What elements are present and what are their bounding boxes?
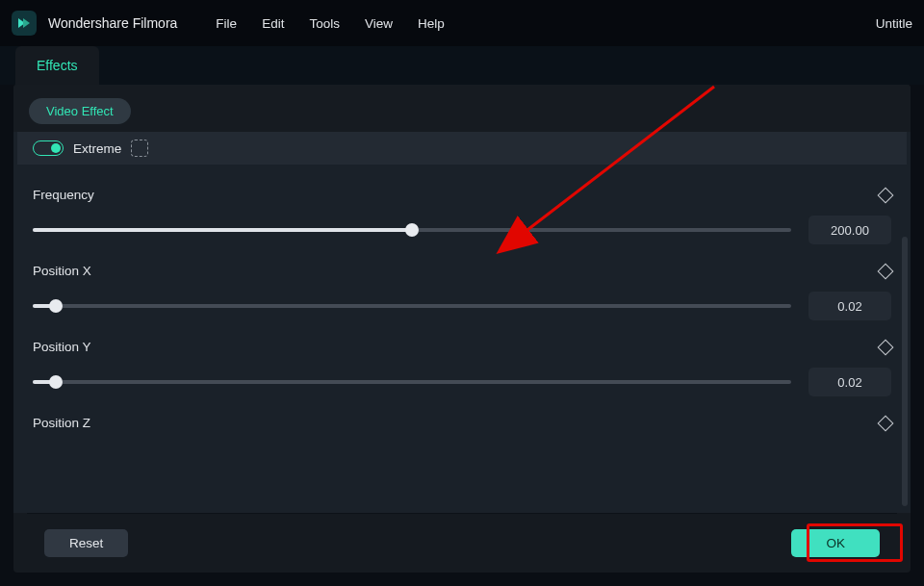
prop-position-z-label: Position Z [33, 416, 90, 430]
tab-effects[interactable]: Effects [15, 46, 99, 85]
app-name: Wondershare Filmora [48, 15, 177, 31]
ok-button[interactable]: OK [791, 529, 880, 557]
prop-position-y-label: Position Y [33, 340, 91, 354]
app-logo-icon [12, 11, 37, 36]
prop-frequency-value[interactable]: 200.00 [808, 216, 891, 244]
effect-category-row: Video Effect [13, 85, 911, 132]
prop-frequency: Frequency 200.00 [17, 170, 907, 246]
prop-frequency-slider[interactable] [33, 224, 791, 236]
title-bar: Wondershare Filmora File Edit Tools View… [0, 0, 924, 46]
effect-header-row: Extreme [17, 132, 907, 165]
keyframe-icon[interactable] [878, 339, 894, 355]
effect-name: Extreme [73, 141, 121, 156]
crop-icon[interactable] [131, 140, 148, 157]
prop-position-y-slider[interactable] [33, 376, 791, 388]
inspector-tabs: Effects [0, 46, 924, 85]
video-effect-pill[interactable]: Video Effect [29, 98, 131, 124]
menu-view[interactable]: View [365, 16, 393, 31]
prop-position-y-value[interactable]: 0.02 [808, 368, 891, 396]
prop-position-x-value[interactable]: 0.02 [808, 292, 891, 320]
reset-button[interactable]: Reset [44, 529, 128, 557]
keyframe-icon[interactable] [878, 415, 894, 431]
menu-edit[interactable]: Edit [262, 16, 284, 31]
menu-tools[interactable]: Tools [309, 16, 340, 31]
prop-position-x: Position X 0.02 [17, 246, 907, 322]
vertical-scrollbar[interactable] [902, 237, 908, 506]
prop-frequency-label: Frequency [33, 188, 94, 202]
menu-file[interactable]: File [216, 16, 237, 31]
prop-position-x-slider[interactable] [33, 300, 791, 312]
panel-footer: Reset OK [27, 513, 897, 573]
project-name: Untitle [876, 16, 912, 31]
menu-help[interactable]: Help [418, 16, 445, 31]
prop-position-y: Position Y 0.02 [17, 322, 907, 398]
effects-panel-body: Video Effect Extreme Frequency 200.00 [13, 85, 911, 513]
effect-enable-toggle[interactable] [33, 140, 64, 156]
effects-panel: Video Effect Extreme Frequency 200.00 [13, 85, 911, 573]
keyframe-icon[interactable] [878, 187, 894, 203]
keyframe-icon[interactable] [878, 263, 894, 279]
prop-position-x-label: Position X [33, 264, 91, 278]
properties-list: Frequency 200.00 Position X [13, 165, 911, 436]
menu-bar: File Edit Tools View Help [216, 16, 444, 31]
prop-position-z: Position Z [17, 398, 907, 430]
